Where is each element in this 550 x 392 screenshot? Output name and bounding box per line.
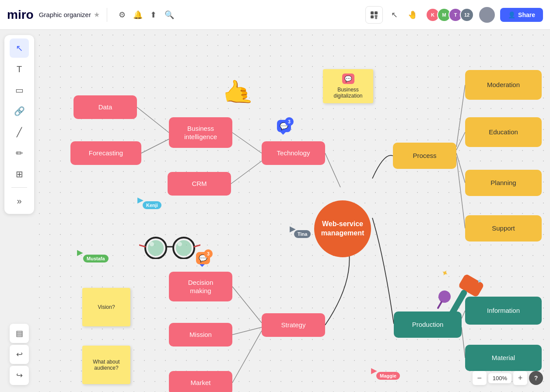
undo-button[interactable]: ↩ <box>10 345 29 364</box>
svg-line-14 <box>456 157 465 228</box>
line-tool[interactable]: ╱ <box>10 122 29 142</box>
user-avatar[interactable] <box>479 7 495 23</box>
cursor-tools: ↖ 🤚 <box>386 7 420 23</box>
cursor-arrow-maggie: ▶ <box>371 366 377 375</box>
svg-rect-29 <box>458 273 485 298</box>
cursor-tool[interactable]: ↖ <box>386 7 402 23</box>
bell-icon[interactable]: 🔔 <box>130 7 146 23</box>
cursor-tina: Tina <box>294 230 311 238</box>
svg-line-17 <box>232 331 262 383</box>
node-strategy[interactable]: Strategy <box>262 313 325 337</box>
sticky-tool[interactable]: ▭ <box>10 80 29 100</box>
left-toolbar: ↖ T ▭ 🔗 ╱ ✏ ⊞ » <box>4 35 34 214</box>
redo-button[interactable]: ↪ <box>10 366 29 385</box>
board-title: Graphic organizer <box>39 11 91 18</box>
node-support[interactable]: Support <box>465 215 542 242</box>
avatar-count[interactable]: 12 <box>460 8 474 22</box>
select-tool[interactable]: ↖ <box>10 38 29 58</box>
node-data[interactable]: Data <box>74 95 137 119</box>
svg-rect-0 <box>371 11 374 14</box>
svg-line-10 <box>325 153 340 187</box>
node-forecasting[interactable]: Forecasting <box>70 141 141 165</box>
node-center[interactable]: Web-service management <box>314 200 371 257</box>
svg-line-28 <box>194 245 200 247</box>
svg-text:✦: ✦ <box>475 276 484 286</box>
svg-point-22 <box>150 242 154 246</box>
wave-sticker: 🤙 <box>220 75 255 109</box>
avatar-group: K M T 12 <box>426 8 474 22</box>
svg-line-9 <box>231 161 262 184</box>
biz-digitalization-note[interactable]: 💬 Business digitalization <box>323 69 373 103</box>
zoom-controls: − 100% + ? <box>473 371 543 385</box>
divider <box>107 8 107 22</box>
svg-line-7 <box>141 139 169 153</box>
sticky-vision[interactable]: Vision? <box>82 288 130 326</box>
help-button[interactable]: ? <box>529 371 543 385</box>
node-mission[interactable]: Mission <box>169 323 232 346</box>
svg-line-12 <box>456 132 465 150</box>
chat-badge-1: 3 <box>285 117 294 126</box>
svg-point-24 <box>176 240 192 256</box>
text-tool[interactable]: T <box>10 60 29 79</box>
node-business-intelligence[interactable]: Business intelligence <box>169 117 232 148</box>
svg-line-6 <box>137 107 169 133</box>
svg-rect-34 <box>437 301 442 309</box>
svg-text:✦: ✦ <box>439 267 451 279</box>
panels-icon[interactable]: ▤ <box>10 324 29 343</box>
svg-point-21 <box>148 240 164 256</box>
cursor-mustafa: Mustafa <box>83 255 109 262</box>
cursor-arrow-tina: ▶ <box>290 224 296 234</box>
chat-icon-1[interactable]: 💬 3 <box>277 120 291 132</box>
topbar: miro Graphic organizer ★ ⚙ 🔔 ⬆ 🔍 ↖ 🤚 K M… <box>0 0 550 30</box>
svg-point-33 <box>436 288 453 305</box>
node-material[interactable]: Material <box>465 345 542 371</box>
zoom-out-button[interactable]: − <box>473 371 487 385</box>
svg-line-18 <box>462 311 465 318</box>
grid-icon[interactable] <box>365 6 383 24</box>
chat-badge-2: 3 <box>204 249 213 258</box>
miro-logo: miro <box>7 8 34 22</box>
node-information[interactable]: Information <box>465 297 542 325</box>
cursor-arrow-kenji: ▶ <box>137 195 144 205</box>
node-decision-making[interactable]: Decision making <box>169 272 232 301</box>
settings-icon[interactable]: ⚙ <box>114 7 130 23</box>
cursor-hand[interactable]: 🤚 <box>405 7 420 23</box>
glasses-sticker <box>139 233 200 261</box>
upload-icon[interactable]: ⬆ <box>146 7 161 23</box>
pen-tool[interactable]: ✏ <box>10 144 29 163</box>
node-crm[interactable]: CRM <box>168 172 231 196</box>
node-process[interactable]: Process <box>393 143 456 169</box>
svg-point-25 <box>178 242 182 246</box>
node-technology[interactable]: Technology <box>262 141 325 165</box>
chat-icon-2[interactable]: 💬 3 <box>196 252 210 264</box>
cursor-kenji: Kenji <box>143 201 161 209</box>
node-planning[interactable]: Planning <box>465 170 542 196</box>
more-tools[interactable]: » <box>10 191 29 210</box>
share-button[interactable]: 👤 Share <box>500 8 543 22</box>
sticky-audience[interactable]: What about audience? <box>82 346 130 384</box>
node-moderation[interactable]: Moderation <box>465 70 542 100</box>
star-icon[interactable]: ★ <box>94 10 100 19</box>
frame-tool[interactable]: ⊞ <box>10 164 29 184</box>
search-icon[interactable]: 🔍 <box>161 7 177 23</box>
link-tool[interactable]: 🔗 <box>10 102 29 121</box>
svg-line-16 <box>232 327 262 335</box>
bottom-left-tools: ▤ ↩ ↪ <box>4 324 34 385</box>
cursor-arrow-mustafa: ▶ <box>77 248 83 257</box>
node-production[interactable]: Production <box>394 312 462 338</box>
zoom-in-button[interactable]: + <box>513 371 527 385</box>
svg-point-23 <box>173 238 194 259</box>
tool-divider <box>11 187 27 188</box>
svg-line-15 <box>232 287 262 323</box>
svg-rect-2 <box>371 15 374 18</box>
node-education[interactable]: Education <box>465 117 542 147</box>
svg-line-19 <box>462 327 465 358</box>
canvas[interactable]: Web-service management Data Forecasting … <box>34 30 550 392</box>
svg-point-20 <box>145 238 166 259</box>
svg-rect-1 <box>375 11 378 14</box>
node-market[interactable]: Market <box>169 371 232 392</box>
share-icon: 👤 <box>508 11 515 18</box>
svg-line-27 <box>139 245 145 247</box>
svg-line-8 <box>232 133 262 153</box>
zoom-level: 100% <box>488 373 511 383</box>
